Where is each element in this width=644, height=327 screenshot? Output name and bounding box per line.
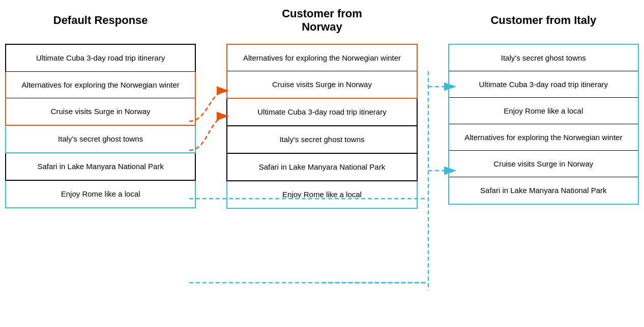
- col1-cyan-rome: Enjoy Rome like a local: [5, 181, 196, 208]
- col2-ghost: Italy's secret ghost towns: [226, 126, 417, 154]
- col2-list: Alternatives for exploring the Norwegian…: [226, 44, 417, 209]
- list-item: Safari in Lake Manyara National Park: [6, 153, 195, 180]
- list-item: Ultimate Cuba 3-day road trip itinerary: [6, 45, 195, 71]
- col1-orange-group: Alternatives for exploring the Norwegian…: [5, 72, 196, 126]
- arrow-gap-2: [418, 5, 448, 322]
- col-title-default: Default Response: [53, 5, 148, 36]
- list-item: Alternatives for exploring the Norwegian…: [449, 124, 638, 151]
- list-item: Enjoy Rome like a local: [449, 98, 638, 124]
- list-item: Cruise visits Surge in Norway: [449, 151, 638, 177]
- column-italy: Customer from Italy Italy's secret ghost…: [448, 5, 639, 322]
- list-wrapper-top: Ultimate Cuba 3-day road trip itinerary: [5, 44, 196, 72]
- col1-safari: Safari in Lake Manyara National Park: [5, 153, 196, 181]
- column-default: Default Response Ultimate Cuba 3-day roa…: [5, 5, 196, 322]
- col2-cuba: Ultimate Cuba 3-day road trip itinerary: [226, 99, 417, 126]
- col2-orange-group: Alternatives for exploring the Norwegian…: [226, 44, 417, 99]
- col3-list: Italy's secret ghost towns Ultimate Cuba…: [448, 44, 639, 205]
- col-title-italy: Customer from Italy: [490, 5, 596, 36]
- col1-cyan-ghost: Italy's secret ghost towns: [5, 126, 196, 153]
- col2-cyan-rome: Enjoy Rome like a local: [226, 181, 417, 209]
- list-item: Enjoy Rome like a local: [227, 181, 416, 208]
- list-item: Cruise visits Surge in Norway: [6, 98, 195, 125]
- arrow-gap-1: [196, 5, 226, 322]
- list-item: Alternatives for exploring the Norwegian…: [227, 45, 416, 71]
- col2-safari: Safari in Lake Manyara National Park: [226, 154, 417, 181]
- list-item: Italy's secret ghost towns: [449, 45, 638, 71]
- list-item: Cruise visits Surge in Norway: [227, 71, 416, 98]
- list-item: Safari in Lake Manyara National Park: [449, 177, 638, 204]
- list-item: Safari in Lake Manyara National Park: [227, 154, 416, 180]
- list-item: Ultimate Cuba 3-day road trip itinerary: [227, 99, 416, 125]
- col-title-norway: Customer fromNorway: [282, 5, 362, 36]
- list-item: Ultimate Cuba 3-day road trip itinerary: [449, 71, 638, 98]
- column-norway: Customer fromNorway Alternatives for exp…: [226, 5, 417, 322]
- list-item: Italy's secret ghost towns: [6, 126, 195, 152]
- main-container: Default Response Ultimate Cuba 3-day roa…: [0, 0, 644, 327]
- list-item: Alternatives for exploring the Norwegian…: [6, 72, 195, 98]
- list-item: Enjoy Rome like a local: [6, 181, 195, 207]
- list-item: Italy's secret ghost towns: [227, 126, 416, 153]
- col1-list: Ultimate Cuba 3-day road trip itinerary …: [5, 44, 196, 208]
- col3-cyan-group: Italy's secret ghost towns Ultimate Cuba…: [448, 44, 639, 205]
